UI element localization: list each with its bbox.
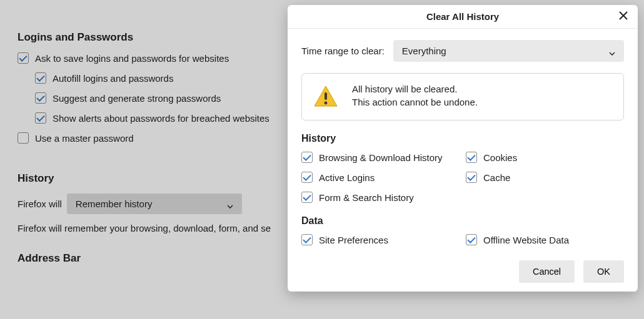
clear-history-dialog: Clear All History Time range to clear: E… — [288, 5, 638, 292]
master-label: Use a master password — [35, 133, 134, 144]
chevron-down-icon — [609, 48, 615, 54]
cookies-label: Cookies — [483, 152, 517, 163]
dialog-title: Clear All History — [426, 11, 499, 22]
site-prefs-checkbox[interactable] — [301, 234, 313, 245]
dialog-body: Time range to clear: Everything All hist… — [288, 29, 638, 260]
time-range-value: Everything — [402, 46, 446, 56]
breached-checkbox[interactable] — [35, 112, 46, 124]
time-range-label: Time range to clear: — [301, 46, 385, 56]
master-checkbox[interactable] — [18, 132, 29, 144]
cache-row[interactable]: Cache — [466, 172, 624, 183]
active-logins-checkbox[interactable] — [301, 172, 313, 183]
chevron-down-icon — [227, 201, 233, 207]
history-group-title: History — [301, 133, 624, 144]
offline-checkbox[interactable] — [466, 234, 477, 245]
cancel-button[interactable]: Cancel — [519, 260, 575, 283]
svg-point-1 — [325, 102, 328, 105]
ok-button[interactable]: OK — [583, 260, 624, 283]
cookies-row[interactable]: Cookies — [466, 152, 624, 163]
dialog-footer: Cancel OK — [288, 260, 638, 283]
time-range-select[interactable]: Everything — [393, 40, 624, 62]
data-group-title: Data — [301, 215, 624, 227]
autofill-checkbox[interactable] — [35, 72, 46, 84]
form-search-checkbox[interactable] — [301, 192, 313, 203]
time-range-row: Time range to clear: Everything — [301, 40, 624, 62]
ask-save-checkbox[interactable] — [18, 52, 29, 64]
firefox-will-label: Firefox will — [18, 199, 62, 209]
form-search-label: Form & Search History — [319, 192, 414, 203]
warning-box: All history will be cleared. This action… — [301, 73, 624, 120]
breached-label: Show alerts about passwords for breached… — [53, 113, 269, 124]
warning-text: All history will be cleared. This action… — [352, 84, 478, 110]
form-search-row[interactable]: Form & Search History — [301, 192, 460, 203]
offline-label: Offline Website Data — [483, 235, 569, 245]
dialog-header: Clear All History — [288, 5, 638, 29]
browsing-checkbox[interactable] — [301, 152, 313, 163]
data-checkboxes: Site Preferences Offline Website Data — [301, 234, 624, 245]
browsing-label: Browsing & Download History — [319, 152, 443, 163]
offline-row[interactable]: Offline Website Data — [466, 234, 624, 245]
suggest-checkbox[interactable] — [35, 92, 46, 104]
active-logins-label: Active Logins — [319, 172, 375, 183]
site-prefs-row[interactable]: Site Preferences — [301, 234, 460, 245]
browsing-row[interactable]: Browsing & Download History — [301, 152, 460, 163]
suggest-label: Suggest and generate strong passwords — [53, 93, 221, 104]
active-logins-row[interactable]: Active Logins — [301, 172, 460, 183]
cache-checkbox[interactable] — [466, 172, 477, 183]
history-checkboxes: Browsing & Download History Cookies Acti… — [301, 152, 624, 203]
svg-rect-0 — [325, 92, 327, 100]
cache-label: Cache — [483, 172, 510, 183]
site-prefs-label: Site Preferences — [319, 235, 388, 245]
warning-line2: This action cannot be undone. — [352, 97, 478, 107]
close-icon[interactable] — [618, 10, 629, 21]
autofill-label: Autofill logins and passwords — [53, 73, 173, 84]
warning-line1: All history will be cleared. — [352, 84, 478, 94]
history-mode-value: Remember history — [76, 199, 153, 209]
cookies-checkbox[interactable] — [466, 152, 477, 163]
warning-icon — [313, 84, 338, 109]
history-mode-select[interactable]: Remember history — [67, 194, 242, 214]
ask-save-label: Ask to save logins and passwords for web… — [35, 53, 229, 64]
